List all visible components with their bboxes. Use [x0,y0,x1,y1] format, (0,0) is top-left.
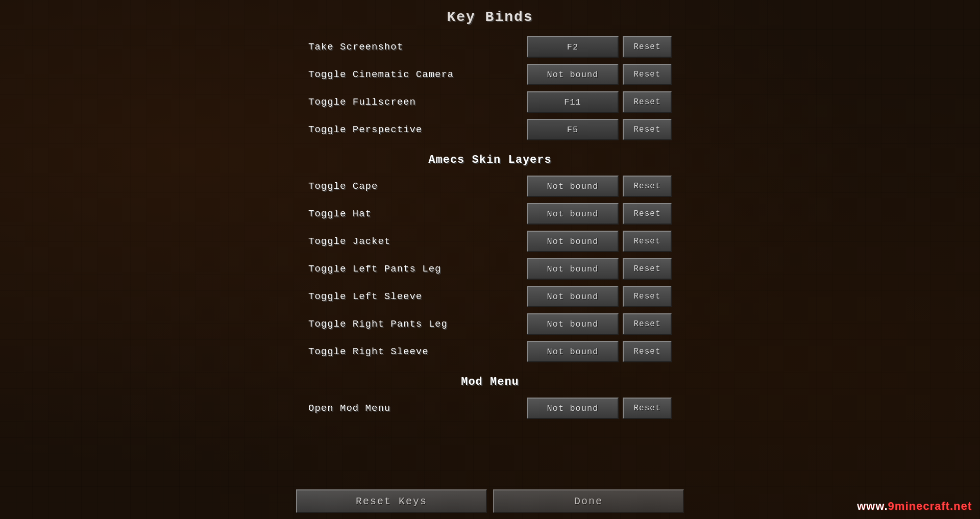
keybind-label-toggle-cinematic-camera: Toggle Cinematic Camera [308,69,527,80]
key-button-toggle-right-pants-leg[interactable]: Not bound [527,313,619,335]
reset-button-toggle-cinematic-camera[interactable]: Reset [623,64,672,85]
keybind-row-toggle-cape: Toggle CapeNot boundReset [296,172,684,200]
keybind-row-toggle-hat: Toggle HatNot boundReset [296,200,684,228]
bottom-bar: Reset Keys Done [296,484,684,519]
keybind-row-toggle-cinematic-camera: Toggle Cinematic CameraNot boundReset [296,61,684,88]
keybind-label-toggle-cape: Toggle Cape [308,181,527,192]
key-button-toggle-hat[interactable]: Not bound [527,203,619,225]
keybind-label-take-screenshot: Take Screenshot [308,41,527,53]
key-button-toggle-cape[interactable]: Not bound [527,176,619,197]
keybind-row-toggle-left-sleeve: Toggle Left SleeveNot boundReset [296,283,684,310]
keybind-label-toggle-left-sleeve: Toggle Left Sleeve [308,291,527,302]
keybind-buttons-toggle-hat: Not boundReset [527,203,672,225]
keybind-label-toggle-right-sleeve: Toggle Right Sleeve [308,346,527,357]
reset-button-toggle-left-pants-leg[interactable]: Reset [623,258,672,280]
keybind-row-toggle-right-sleeve: Toggle Right SleeveNot boundReset [296,338,684,365]
key-button-toggle-left-sleeve[interactable]: Not bound [527,286,619,307]
keybind-buttons-take-screenshot: F2Reset [527,36,672,58]
keybind-row-toggle-left-pants-leg: Toggle Left Pants LegNot boundReset [296,255,684,283]
reset-button-open-mod-menu[interactable]: Reset [623,398,672,419]
keybind-buttons-toggle-fullscreen: F11Reset [527,91,672,113]
keybind-row-open-mod-menu: Open Mod MenuNot boundReset [296,394,684,422]
reset-button-toggle-jacket[interactable]: Reset [623,231,672,252]
keybind-label-toggle-right-pants-leg: Toggle Right Pants Leg [308,318,527,330]
reset-button-toggle-cape[interactable]: Reset [623,176,672,197]
keybind-buttons-open-mod-menu: Not boundReset [527,398,672,419]
key-button-toggle-left-pants-leg[interactable]: Not bound [527,258,619,280]
keybind-label-toggle-fullscreen: Toggle Fullscreen [308,96,527,108]
key-button-open-mod-menu[interactable]: Not bound [527,398,619,419]
reset-keys-button[interactable]: Reset Keys [296,489,487,513]
section-header-mod-menu: Mod Menu [296,374,684,390]
keybind-row-toggle-perspective: Toggle PerspectiveF5Reset [296,116,684,143]
reset-button-take-screenshot[interactable]: Reset [623,36,672,58]
keybind-buttons-toggle-perspective: F5Reset [527,119,672,140]
keybinds-scroll-container[interactable]: Take ScreenshotF2ResetToggle Cinematic C… [296,29,684,484]
reset-button-toggle-hat[interactable]: Reset [623,203,672,225]
key-button-toggle-cinematic-camera[interactable]: Not bound [527,64,619,85]
keybind-buttons-toggle-right-pants-leg: Not boundReset [527,313,672,335]
key-button-take-screenshot[interactable]: F2 [527,36,619,58]
watermark: www.9minecraft.net [857,500,972,513]
reset-button-toggle-right-sleeve[interactable]: Reset [623,341,672,362]
keybind-buttons-toggle-left-pants-leg: Not boundReset [527,258,672,280]
keybind-buttons-toggle-left-sleeve: Not boundReset [527,286,672,307]
reset-button-toggle-perspective[interactable]: Reset [623,119,672,140]
keybind-row-toggle-right-pants-leg: Toggle Right Pants LegNot boundReset [296,310,684,338]
watermark-text: www. [857,500,888,512]
keybind-buttons-toggle-right-sleeve: Not boundReset [527,341,672,362]
keybind-buttons-toggle-jacket: Not boundReset [527,231,672,252]
keybind-buttons-toggle-cape: Not boundReset [527,176,672,197]
key-button-toggle-fullscreen[interactable]: F11 [527,91,619,113]
key-button-toggle-jacket[interactable]: Not bound [527,231,619,252]
keybind-label-open-mod-menu: Open Mod Menu [308,403,527,414]
reset-button-toggle-right-pants-leg[interactable]: Reset [623,313,672,335]
key-button-toggle-perspective[interactable]: F5 [527,119,619,140]
keybind-label-toggle-left-pants-leg: Toggle Left Pants Leg [308,263,527,275]
keybind-row-take-screenshot: Take ScreenshotF2Reset [296,33,684,61]
page-title: Key Binds [447,9,533,25]
keybind-label-toggle-jacket: Toggle Jacket [308,236,527,247]
reset-button-toggle-left-sleeve[interactable]: Reset [623,286,672,307]
keybind-label-toggle-perspective: Toggle Perspective [308,124,527,135]
keybind-row-toggle-fullscreen: Toggle FullscreenF11Reset [296,88,684,116]
keybind-buttons-toggle-cinematic-camera: Not boundReset [527,64,672,85]
key-button-toggle-right-sleeve[interactable]: Not bound [527,341,619,362]
keybind-row-toggle-jacket: Toggle JacketNot boundReset [296,228,684,255]
done-button[interactable]: Done [493,489,684,513]
reset-button-toggle-fullscreen[interactable]: Reset [623,91,672,113]
keybind-label-toggle-hat: Toggle Hat [308,208,527,219]
section-header-amecs-skin-layers: Amecs Skin Layers [296,152,684,168]
